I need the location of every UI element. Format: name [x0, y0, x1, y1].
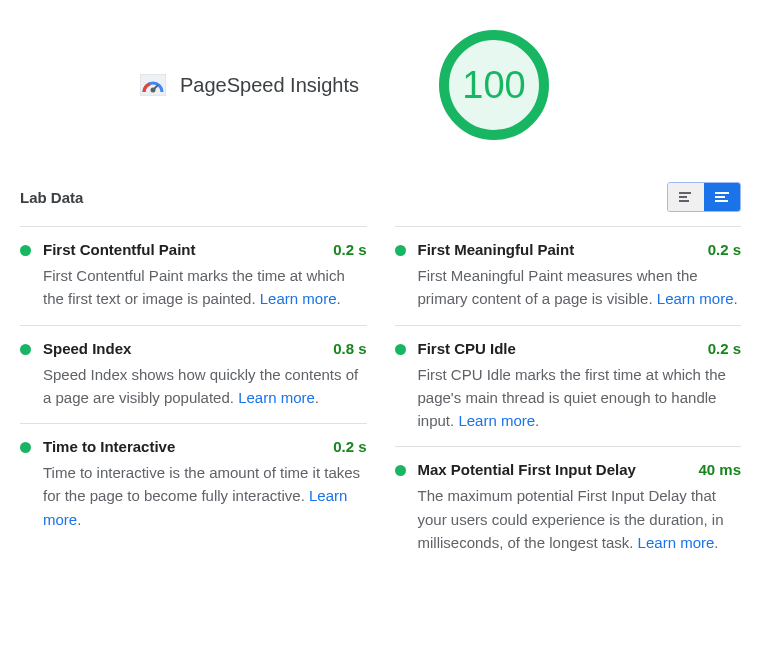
metric-head: First Meaningful Paint0.2 s [418, 241, 742, 258]
metric-desc: Speed Index shows how quickly the conten… [43, 363, 367, 410]
metric-desc: First Meaningful Paint measures when the… [418, 264, 742, 311]
metrics-col-right: First Meaningful Paint0.2 sFirst Meaning… [395, 226, 742, 568]
expanded-view-button[interactable] [704, 183, 740, 211]
metric-value: 40 ms [698, 461, 741, 478]
metric-item: First CPU Idle0.2 sFirst CPU Idle marks … [395, 325, 742, 447]
metric-desc-text: First Meaningful Paint measures when the… [418, 267, 698, 307]
metric-desc: First Contentful Paint marks the time at… [43, 264, 367, 311]
status-dot-icon [20, 442, 31, 453]
metric-item: Max Potential First Input Delay40 msThe … [395, 446, 742, 568]
pagespeed-icon [140, 74, 166, 96]
view-toggle-group [667, 182, 741, 212]
svg-rect-0 [140, 74, 166, 96]
status-dot-icon [395, 245, 406, 256]
metric-item: Time to Interactive0.2 sTime to interact… [20, 423, 367, 545]
metric-item: First Meaningful Paint0.2 sFirst Meaning… [395, 226, 742, 325]
brand-title: PageSpeed Insights [180, 74, 359, 97]
metric-head: Speed Index0.8 s [43, 340, 367, 357]
metric-title: First Meaningful Paint [418, 241, 575, 258]
metric-title: First Contentful Paint [43, 241, 196, 258]
metric-title: Time to Interactive [43, 438, 175, 455]
learn-more-link[interactable]: Learn more [657, 290, 734, 307]
metric-value: 0.2 s [333, 438, 366, 455]
compact-lines-icon [677, 190, 695, 204]
header: PageSpeed Insights 100 [20, 20, 741, 170]
metrics-col-left: First Contentful Paint0.2 sFirst Content… [20, 226, 367, 568]
learn-more-link[interactable]: Learn more [458, 412, 535, 429]
metric-value: 0.8 s [333, 340, 366, 357]
metric-title: Speed Index [43, 340, 131, 357]
status-dot-icon [20, 344, 31, 355]
metric-title: Max Potential First Input Delay [418, 461, 636, 478]
metric-desc: First CPU Idle marks the first time at w… [418, 363, 742, 433]
metric-desc: Time to interactive is the amount of tim… [43, 461, 367, 531]
compact-view-button[interactable] [668, 183, 704, 211]
score-value: 100 [462, 64, 525, 107]
metric-item: First Contentful Paint0.2 sFirst Content… [20, 226, 367, 325]
brand: PageSpeed Insights [140, 74, 359, 97]
metric-head: Max Potential First Input Delay40 ms [418, 461, 742, 478]
score-ring: 100 [439, 30, 549, 140]
metric-value: 0.2 s [708, 340, 741, 357]
metric-head: First Contentful Paint0.2 s [43, 241, 367, 258]
section-header: Lab Data [20, 182, 741, 212]
metric-title: First CPU Idle [418, 340, 516, 357]
expanded-lines-icon [713, 190, 731, 204]
metric-head: Time to Interactive0.2 s [43, 438, 367, 455]
metric-desc: The maximum potential First Input Delay … [418, 484, 742, 554]
section-title: Lab Data [20, 189, 83, 206]
metrics-grid: First Contentful Paint0.2 sFirst Content… [20, 226, 741, 568]
metric-body: Time to Interactive0.2 sTime to interact… [43, 438, 367, 531]
metric-value: 0.2 s [708, 241, 741, 258]
learn-more-link[interactable]: Learn more [260, 290, 337, 307]
metric-body: Max Potential First Input Delay40 msThe … [418, 461, 742, 554]
metric-body: First Contentful Paint0.2 sFirst Content… [43, 241, 367, 311]
status-dot-icon [395, 344, 406, 355]
learn-more-link[interactable]: Learn more [238, 389, 315, 406]
learn-more-link[interactable]: Learn more [638, 534, 715, 551]
status-dot-icon [20, 245, 31, 256]
metric-body: First Meaningful Paint0.2 sFirst Meaning… [418, 241, 742, 311]
metric-value: 0.2 s [333, 241, 366, 258]
status-dot-icon [395, 465, 406, 476]
metric-body: Speed Index0.8 sSpeed Index shows how qu… [43, 340, 367, 410]
metric-body: First CPU Idle0.2 sFirst CPU Idle marks … [418, 340, 742, 433]
metric-head: First CPU Idle0.2 s [418, 340, 742, 357]
metric-item: Speed Index0.8 sSpeed Index shows how qu… [20, 325, 367, 424]
